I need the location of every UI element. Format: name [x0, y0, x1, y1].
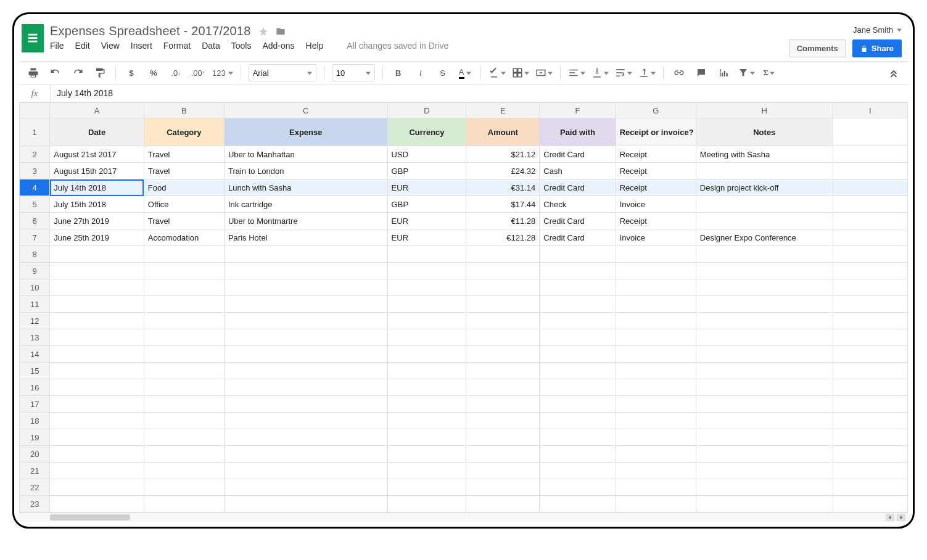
cell[interactable] [540, 463, 616, 479]
cell[interactable] [696, 463, 833, 479]
row-header[interactable]: 19 [20, 429, 50, 446]
cell[interactable] [540, 296, 616, 313]
cell[interactable] [833, 279, 907, 296]
cell-amount[interactable]: £24.32 [466, 163, 540, 179]
cell-category[interactable]: Office [144, 196, 224, 213]
cell-amount[interactable]: $17.44 [466, 196, 540, 213]
cell-currency[interactable]: EUR [387, 179, 466, 196]
cell-paid[interactable]: Credit Card [540, 179, 616, 196]
header-date[interactable]: Date [50, 118, 144, 146]
text-color-icon[interactable]: A [455, 64, 476, 81]
column-header-C[interactable]: C [224, 103, 387, 118]
cell-amount[interactable]: €11.28 [466, 213, 540, 229]
insert-chart-icon[interactable] [713, 64, 734, 81]
cell[interactable] [50, 479, 144, 496]
spreadsheet-grid[interactable]: ABCDEFGHI 1DateCategoryExpenseCurrencyAm… [19, 102, 908, 513]
text-rotation-icon[interactable] [636, 64, 658, 81]
menu-tools[interactable]: Tools [231, 41, 252, 51]
merge-cells-icon[interactable] [533, 64, 555, 81]
cell[interactable] [144, 496, 224, 513]
cell[interactable] [50, 429, 144, 446]
row-header[interactable]: 16 [20, 379, 50, 396]
header-amount[interactable]: Amount [466, 118, 540, 146]
cell[interactable] [50, 446, 144, 463]
cell[interactable] [540, 379, 616, 396]
cell[interactable] [387, 313, 466, 329]
cell-notes[interactable] [696, 213, 833, 229]
print-icon[interactable] [23, 64, 44, 81]
cell[interactable] [696, 396, 833, 413]
cell-expense[interactable]: Ink cartridge [224, 196, 387, 213]
cell[interactable] [466, 479, 540, 496]
undo-icon[interactable] [45, 64, 66, 81]
select-all-cell[interactable] [20, 103, 50, 118]
cell-date[interactable]: August 15th 2017 [50, 163, 144, 179]
cell[interactable] [224, 496, 387, 513]
cell-expense[interactable]: Paris Hotel [224, 229, 387, 246]
cell[interactable] [616, 279, 696, 296]
cell[interactable] [224, 446, 387, 463]
cell[interactable] [616, 346, 696, 363]
row-header[interactable]: 11 [20, 296, 50, 313]
collapse-toolbar-icon[interactable] [883, 64, 904, 81]
row-header[interactable]: 13 [20, 329, 50, 346]
scrollbar-thumb[interactable] [50, 514, 130, 521]
account-menu[interactable]: Jane Smith [853, 25, 902, 35]
cell[interactable] [50, 379, 144, 396]
row-header[interactable]: 1 [20, 118, 50, 146]
row-header[interactable]: 8 [20, 246, 50, 263]
cell[interactable] [144, 429, 224, 446]
cell[interactable] [833, 229, 907, 246]
cell-expense[interactable]: Train to London [224, 163, 387, 179]
cell[interactable] [387, 413, 466, 429]
cell[interactable] [466, 246, 540, 263]
increase-decimal-icon[interactable]: .00↑ [187, 64, 208, 81]
cell[interactable] [616, 313, 696, 329]
currency-icon[interactable]: $ [121, 64, 142, 81]
cell-paid[interactable]: Credit Card [540, 146, 616, 163]
cell[interactable] [540, 479, 616, 496]
cell[interactable] [50, 396, 144, 413]
cell[interactable] [616, 479, 696, 496]
cell[interactable] [144, 279, 224, 296]
row-header[interactable]: 18 [20, 413, 50, 429]
percent-icon[interactable]: % [143, 64, 164, 81]
cell[interactable] [616, 329, 696, 346]
cell[interactable] [540, 263, 616, 279]
cell[interactable] [144, 396, 224, 413]
cell[interactable] [833, 146, 907, 163]
cell[interactable] [387, 429, 466, 446]
formula-input[interactable]: July 14th 2018 [51, 88, 119, 98]
header-expense[interactable]: Expense [224, 118, 387, 146]
row-header[interactable]: 6 [20, 213, 50, 229]
header-paid[interactable]: Paid with [540, 118, 616, 146]
cell[interactable] [466, 313, 540, 329]
header-category[interactable]: Category [144, 118, 224, 146]
row-header[interactable]: 3 [20, 163, 50, 179]
cell[interactable] [224, 429, 387, 446]
menu-addons[interactable]: Add-ons [262, 41, 294, 51]
cell[interactable] [696, 379, 833, 396]
cell-expense[interactable]: Lunch with Sasha [224, 179, 387, 196]
cell[interactable] [833, 363, 907, 379]
cell-paid[interactable]: Check [540, 196, 616, 213]
cell[interactable] [224, 413, 387, 429]
cell[interactable] [466, 263, 540, 279]
row-header[interactable]: 22 [20, 479, 50, 496]
cell[interactable] [144, 363, 224, 379]
cell[interactable] [387, 263, 466, 279]
menu-view[interactable]: View [101, 41, 120, 51]
cell[interactable] [387, 296, 466, 313]
cell[interactable] [616, 463, 696, 479]
cell[interactable] [50, 313, 144, 329]
cell[interactable] [833, 496, 907, 513]
insert-link-icon[interactable] [669, 64, 690, 81]
fill-color-icon[interactable] [486, 64, 508, 81]
cell[interactable] [696, 279, 833, 296]
cell[interactable] [144, 346, 224, 363]
cell[interactable] [224, 363, 387, 379]
strikethrough-icon[interactable]: S [432, 64, 453, 81]
cell[interactable] [696, 479, 833, 496]
cell[interactable] [466, 363, 540, 379]
cell[interactable] [144, 313, 224, 329]
